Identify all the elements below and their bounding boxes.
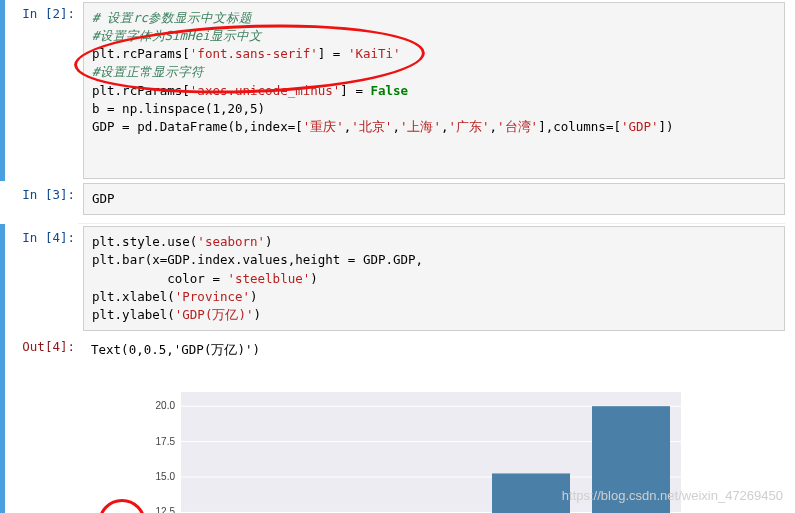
- code-input[interactable]: # 设置rc参数显示中文标题 #设置字体为SimHei显示中文 plt.rcPa…: [83, 2, 785, 179]
- string: 'Province': [175, 289, 250, 304]
- bar-chart: 10.012.515.017.520.0P(□□): [121, 387, 691, 513]
- string: '上海': [400, 119, 441, 134]
- code: b = np.linspace(: [92, 101, 212, 116]
- out-prompt-blank: [5, 369, 83, 513]
- code: color =: [92, 271, 227, 286]
- code: 1,20,5: [212, 101, 257, 116]
- code: plt.style.use(: [92, 234, 197, 249]
- code: ): [250, 289, 258, 304]
- code: ,: [392, 119, 400, 134]
- output-cell-4-chart: 10.012.515.017.520.0P(□□): [0, 367, 795, 513]
- svg-text:12.5: 12.5: [156, 507, 176, 513]
- output-text: Text(0,0.5,'GDP(万亿)'): [83, 335, 785, 365]
- code: plt.xlabel(: [92, 289, 175, 304]
- svg-text:17.5: 17.5: [156, 436, 176, 447]
- string: '北京': [351, 119, 392, 134]
- comment: # 设置rc参数显示中文标题: [92, 10, 252, 25]
- code-cell-2[interactable]: In [2]: # 设置rc参数显示中文标题 #设置字体为SimHei显示中文 …: [0, 0, 795, 181]
- out-prompt: Out[4]:: [5, 335, 83, 365]
- code: plt.ylabel(: [92, 307, 175, 322]
- in-prompt: In [4]:: [5, 226, 83, 331]
- code: ,: [490, 119, 498, 134]
- string: 'GDP': [621, 119, 659, 134]
- code: ): [310, 271, 318, 286]
- in-prompt: In [3]:: [5, 183, 83, 215]
- code: plt.bar(x=GDP.index.values,height = GDP.…: [92, 252, 423, 267]
- code-cell-3[interactable]: In [3]: GDP: [0, 181, 795, 217]
- svg-rect-12: [492, 474, 570, 513]
- code: ): [258, 101, 266, 116]
- string: '广东': [449, 119, 490, 134]
- svg-text:15.0: 15.0: [156, 471, 176, 482]
- svg-rect-13: [592, 406, 670, 513]
- string: 'steelblue': [227, 271, 310, 286]
- keyword: False: [370, 83, 408, 98]
- code-input[interactable]: plt.style.use('seaborn') plt.bar(x=GDP.i…: [83, 226, 785, 331]
- string: '重庆': [303, 119, 344, 134]
- code: ): [265, 234, 273, 249]
- code: GDP = pd.DataFrame(b,index=[: [92, 119, 303, 134]
- code: ]): [659, 119, 674, 134]
- string: 'seaborn': [197, 234, 265, 249]
- code: ],columns=[: [538, 119, 621, 134]
- in-prompt: In [2]:: [5, 2, 83, 179]
- svg-text:20.0: 20.0: [156, 400, 176, 411]
- string: '台湾': [497, 119, 538, 134]
- code-cell-4[interactable]: In [4]: plt.style.use('seaborn') plt.bar…: [0, 224, 795, 333]
- string: 'GDP(万亿)': [175, 307, 254, 322]
- code: ): [253, 307, 261, 322]
- output-cell-4-text: Out[4]: Text(0,0.5,'GDP(万亿)'): [0, 333, 795, 367]
- code-input[interactable]: GDP: [83, 183, 785, 215]
- code: ] =: [340, 83, 370, 98]
- code: ,: [441, 119, 449, 134]
- code: GDP: [92, 191, 115, 206]
